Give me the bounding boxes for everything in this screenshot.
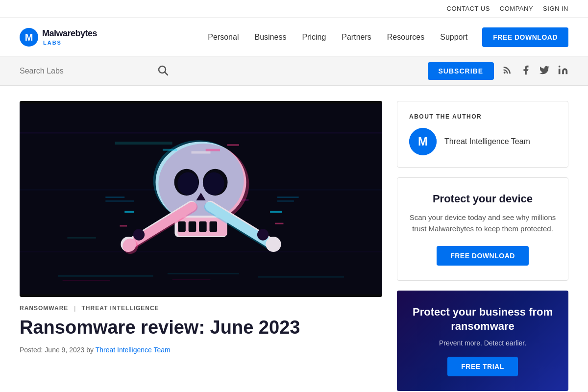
svg-point-18 [177,172,198,195]
svg-rect-44 [277,200,294,202]
svg-point-4 [559,65,561,67]
tag-ransomware[interactable]: RANSOMWARE [20,305,68,312]
search-bar: SUBSCRIBE [0,57,588,86]
sidebar: ABOUT THE AUTHOR M Threat Intelligence T… [397,101,568,391]
tag-threat-intelligence[interactable]: THREAT INTELLIGENCE [81,305,159,312]
author-avatar: M [409,128,437,155]
nav-resources[interactable]: Resources [387,33,424,42]
tag-separator: | [74,305,75,312]
article-hero-image [20,101,382,297]
author-avatar-icon: M [409,128,437,155]
article-meta: Posted: June 9, 2023 by Threat Intellige… [20,346,382,354]
sign-in-link[interactable]: SIGN IN [543,5,568,12]
ransomware-title: Protect your business from ransomware [409,305,557,333]
svg-rect-23 [189,221,196,232]
article-author-link[interactable]: Threat Intelligence Team [96,346,171,354]
author-name: Threat Intelligence Team [444,137,530,146]
author-info: M Threat Intelligence Team [409,128,556,155]
svg-point-34 [257,229,269,240]
search-right-actions: SUBSCRIBE [428,62,568,80]
svg-rect-39 [163,149,177,151]
company-link[interactable]: COMPANY [500,5,533,12]
svg-rect-50 [63,280,110,281]
svg-rect-11 [67,237,96,239]
svg-rect-42 [105,200,134,202]
logo[interactable]: M Malwarebytes LABS [20,28,97,47]
nav-business[interactable]: Business [254,33,286,42]
twitter-icon[interactable] [539,65,550,78]
svg-text:M: M [418,135,428,148]
nav-pricing[interactable]: Pricing [302,33,326,42]
logo-labs-text: LABS [43,40,97,46]
nav-personal[interactable]: Personal [208,33,239,42]
logo-icon: M Malwarebytes LABS [20,28,97,47]
svg-rect-9 [115,142,172,145]
subscribe-button[interactable]: SUBSCRIBE [428,62,494,80]
svg-point-29 [133,229,145,240]
logo-main-text: Malwarebytes [42,28,97,39]
article-tags: RANSOMWARE | THREAT INTELLIGENCE [20,305,382,312]
svg-rect-24 [199,221,207,232]
malwarebytes-icon: M [20,28,38,47]
facebook-icon[interactable] [520,65,531,78]
svg-rect-51 [172,279,211,280]
about-author-label: ABOUT THE AUTHOR [409,113,556,120]
svg-rect-45 [192,151,211,154]
rss-icon[interactable] [502,65,513,78]
svg-rect-35 [124,211,134,213]
svg-point-30 [122,239,138,254]
svg-point-20 [203,172,224,195]
free-download-nav-button[interactable]: FREE DOWNLOAD [482,27,568,47]
free-trial-button[interactable]: FREE TRIAL [447,357,517,376]
svg-rect-37 [270,211,282,213]
svg-rect-47 [58,275,153,277]
nav-support[interactable]: Support [440,33,467,42]
search-input[interactable] [20,67,147,75]
svg-rect-38 [275,223,284,224]
nav-partners[interactable]: Partners [342,33,371,42]
linkedin-icon[interactable] [558,65,568,78]
top-bar: CONTACT US COMPANY SIGN IN [0,0,588,18]
svg-rect-36 [120,225,127,227]
svg-rect-46 [206,149,220,151]
article-section: RANSOMWARE | THREAT INTELLIGENCE Ransomw… [20,101,382,391]
svg-rect-8 [20,251,382,252]
svg-line-3 [165,72,168,75]
svg-rect-43 [277,196,299,198]
svg-rect-6 [20,132,382,134]
protect-free-download-button[interactable]: FREE DOWNLOAD [437,246,529,266]
svg-rect-41 [105,196,124,198]
svg-rect-25 [210,221,218,232]
search-icon[interactable] [157,64,169,78]
protect-title: Protect your device [409,193,556,205]
contact-us-link[interactable]: CONTACT US [447,5,490,12]
nav-links: Personal Business Pricing Partners Resou… [208,33,467,42]
main-nav: M Malwarebytes LABS Personal Business Pr… [0,18,588,57]
ransomware-card: Protect your business from ransomware Pr… [397,291,568,391]
ransomware-desc: Prevent more. Detect earlier. [409,339,557,347]
content-area: RANSOMWARE | THREAT INTELLIGENCE Ransomw… [0,86,588,392]
skull-svg [20,101,382,297]
article-title: Ransomware review: June 2023 [20,317,382,339]
svg-rect-49 [258,276,344,278]
author-card: ABOUT THE AUTHOR M Threat Intelligence T… [397,101,568,168]
svg-text:M: M [25,32,33,43]
svg-rect-22 [178,221,186,232]
svg-rect-40 [227,144,239,146]
svg-point-33 [266,237,281,252]
protect-device-card: Protect your device Scan your device tod… [397,177,568,281]
protect-desc: Scan your device today and see why milli… [409,212,556,234]
article-posted-text: Posted: June 9, 2023 by [20,346,94,354]
svg-rect-48 [168,273,239,274]
